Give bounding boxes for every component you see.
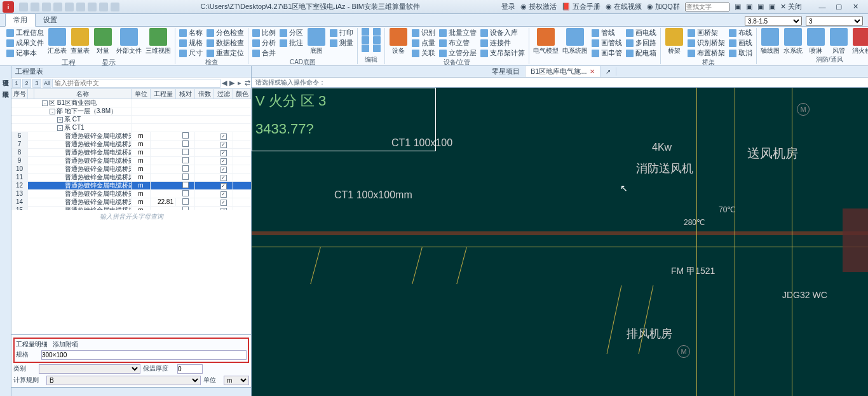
- table-row[interactable]: 7普通热镀锌金属电缆桥架 60..m✓: [11, 140, 251, 149]
- tb-2[interactable]: 2: [22, 79, 31, 88]
- lookup-button[interactable]: 查量表: [71, 28, 90, 55]
- qq-link[interactable]: ◉ 加QQ群: [647, 2, 680, 11]
- nav-reorder[interactable]: ⇄: [243, 79, 251, 87]
- tray-button[interactable]: 桥架: [665, 28, 684, 55]
- titlebar: i C:\Users\ZT\Desktop\4.27\B1区地下室强电.iAz …: [0, 0, 868, 14]
- device-button[interactable]: 设备: [389, 28, 408, 55]
- group-fire: 轴线图 水系统 喷淋 风管 消火栓 管线 材料 消防/通风: [757, 28, 868, 64]
- app-logo: i: [3, 1, 14, 13]
- tb-icon[interactable]: ▣: [735, 3, 741, 11]
- nav-left[interactable]: ◀: [220, 79, 228, 87]
- quick-access-toolbar: [19, 3, 119, 11]
- hardware-link[interactable]: 📕 五金手册: [562, 2, 600, 11]
- login-link[interactable]: 登录: [501, 2, 515, 11]
- document-tabs: 零星项目 B1区地库电气施...✕ ↗: [252, 66, 868, 78]
- minimize-button[interactable]: ―: [815, 2, 830, 12]
- panel-title: 工程量表: [11, 66, 251, 78]
- command-prompt[interactable]: 请选择或输入操作命令：: [252, 78, 868, 88]
- window-title: C:\Users\ZT\Desktop\4.27\B1区地下室强电.iAz - …: [119, 2, 501, 11]
- prop-tab-add[interactable]: 添加附项: [53, 340, 78, 349]
- table-row[interactable]: 13普通热镀锌金属电缆桥架 20..m✓: [11, 190, 251, 198]
- calc-select[interactable]: B: [46, 376, 201, 385]
- qat-btn[interactable]: [19, 3, 28, 11]
- video-link[interactable]: ◉ 在线视频: [606, 2, 642, 11]
- group-tray: 桥架 画桥架 识别桥架 布置桥架 布线 画线 取消 桥架: [661, 28, 757, 64]
- close-link[interactable]: ✕ 关闭: [780, 2, 802, 11]
- basemap-button[interactable]: 底图: [307, 28, 326, 55]
- pinyin-filter[interactable]: [52, 79, 220, 88]
- group-elec: 电气模型 电系统图 管线 画管线 画串管 画电线 多回路 配电箱: [529, 28, 661, 64]
- title-right-links: 登录 ◉ 授权激活 📕 五金手册 ◉ 在线视频 ◉ 加QQ群 ▣▣▣▣ ✕ 关闭…: [501, 2, 863, 12]
- quantities-panel: 工程量表 1 2 3 All ◀ ▶ ▸ ⇄ 序号 名称 单位 工程量 核对 倍…: [11, 66, 252, 396]
- tb-3[interactable]: 3: [32, 79, 41, 88]
- qat-btn[interactable]: [111, 3, 119, 11]
- tree-body[interactable]: -区 B1区商业强电-部 地下一层（3.8M）+系 CT-系 CT16普通热镀锌…: [11, 99, 251, 210]
- tb-icon[interactable]: ▣: [757, 3, 764, 11]
- panel-scrollbar[interactable]: [11, 387, 251, 396]
- group-device: 设备 识别 点量 关联 批量立管 布立管 立管分层 设备入库 连接件 支吊架计算…: [385, 28, 529, 64]
- tb-all[interactable]: All: [43, 79, 51, 88]
- ribbon: 工程信息 成果文件 记事本 汇总表 查量表 对量 外部文件 三维视图 工程 显示…: [0, 27, 868, 66]
- ribbon-tab-settings[interactable]: 设置: [36, 14, 65, 26]
- project-info-button[interactable]: 工程信息: [6, 28, 44, 38]
- prop-tab-detail[interactable]: 工程量明细: [16, 340, 48, 349]
- qat-btn[interactable]: [53, 3, 62, 11]
- tree-search-hint: 输入拼音开头字母查询: [11, 210, 251, 224]
- ins-input[interactable]: [177, 364, 203, 374]
- compare-button[interactable]: 对量: [93, 28, 112, 55]
- table-row[interactable]: 10普通热镀锌金属电缆桥架 40..m✓: [11, 165, 251, 174]
- type-select[interactable]: [39, 364, 140, 374]
- doc-tab-export[interactable]: ↗: [600, 67, 616, 76]
- qat-btn[interactable]: [65, 3, 74, 11]
- table-row[interactable]: -区 B1区商业强电: [11, 99, 251, 107]
- elec-sys-button[interactable]: 电系统图: [562, 28, 588, 55]
- table-row[interactable]: 6普通热镀锌金属电缆桥架 60..m✓: [11, 132, 251, 140]
- table-row[interactable]: -系 CT1: [11, 124, 251, 132]
- ribbon-tabs: 常用 设置 3.8-1.5 3: [0, 14, 868, 27]
- scale-combo[interactable]: 3.8-1.5: [745, 16, 802, 26]
- auth-link[interactable]: ◉ 授权激活: [520, 2, 557, 11]
- unit-select[interactable]: m: [224, 376, 249, 385]
- drawing-canvas[interactable]: V 火分 区 3 3433.77? CT1 100x100 CT1 100x10…: [252, 88, 868, 396]
- tb-1[interactable]: 1: [12, 79, 21, 88]
- doc-tab-b1[interactable]: B1区地库电气施...✕: [526, 66, 600, 77]
- nav-right[interactable]: ▶: [228, 79, 236, 87]
- spec-input[interactable]: [41, 350, 247, 360]
- elec-model-button[interactable]: 电气模型: [533, 28, 559, 55]
- table-row[interactable]: 8普通热镀锌金属电缆桥架 50..m✓: [11, 149, 251, 157]
- qat-btn[interactable]: [42, 3, 51, 11]
- qat-btn[interactable]: [99, 3, 108, 11]
- maximize-button[interactable]: ▢: [831, 2, 846, 12]
- group-cad: 比例 分析 合并 分区 批注 底图 打印 测量 CAD底图: [248, 28, 358, 64]
- tb-icon[interactable]: ▣: [769, 3, 775, 11]
- table-row[interactable]: +系 CT: [11, 116, 251, 124]
- nav-more[interactable]: ▸: [236, 79, 243, 87]
- qat-btn[interactable]: [88, 3, 97, 11]
- doc-tab-misc[interactable]: 零星项目: [487, 66, 526, 77]
- qat-btn[interactable]: [31, 3, 39, 11]
- table-row[interactable]: 12普通热镀锌金属电缆桥架 30..m✓: [11, 182, 251, 190]
- notepad-button[interactable]: 记事本: [6, 48, 44, 58]
- mouse-cursor: ↖: [620, 183, 628, 193]
- ribbon-tab-common[interactable]: 常用: [5, 13, 36, 27]
- sidetab-drawing[interactable]: 图纸管理: [0, 83, 11, 90]
- result-file-button[interactable]: 成果文件: [6, 38, 44, 48]
- unit-label: 单位: [203, 376, 221, 385]
- extfile-button[interactable]: 外部文件: [116, 28, 142, 55]
- close-button[interactable]: ✕: [848, 2, 863, 12]
- summary-button[interactable]: 汇总表: [48, 28, 67, 55]
- titlebar-search[interactable]: [685, 3, 729, 11]
- num-combo[interactable]: 3: [806, 16, 863, 26]
- table-row[interactable]: 14普通热镀锌金属电缆桥架 10..m22.81✓: [11, 198, 251, 207]
- close-icon[interactable]: ✕: [590, 68, 595, 75]
- group-project: 工程信息 成果文件 记事本 汇总表 查量表 对量 外部文件 三维视图 工程 显示: [3, 28, 175, 64]
- view3d-button[interactable]: 三维视图: [146, 28, 171, 55]
- table-row[interactable]: 9普通热镀锌金属电缆桥架 40..m✓: [11, 157, 251, 165]
- table-row[interactable]: -部 地下一层（3.8M）: [11, 107, 251, 116]
- qat-btn[interactable]: [76, 3, 85, 11]
- sidetab-project[interactable]: 项目管理: [0, 71, 11, 79]
- tb-icon[interactable]: ▣: [746, 3, 752, 11]
- spec-label: 规格: [16, 350, 39, 359]
- table-row[interactable]: 11普通热镀锌金属电缆桥架 30..m✓: [11, 174, 251, 182]
- calc-label: 计算规则: [13, 376, 44, 385]
